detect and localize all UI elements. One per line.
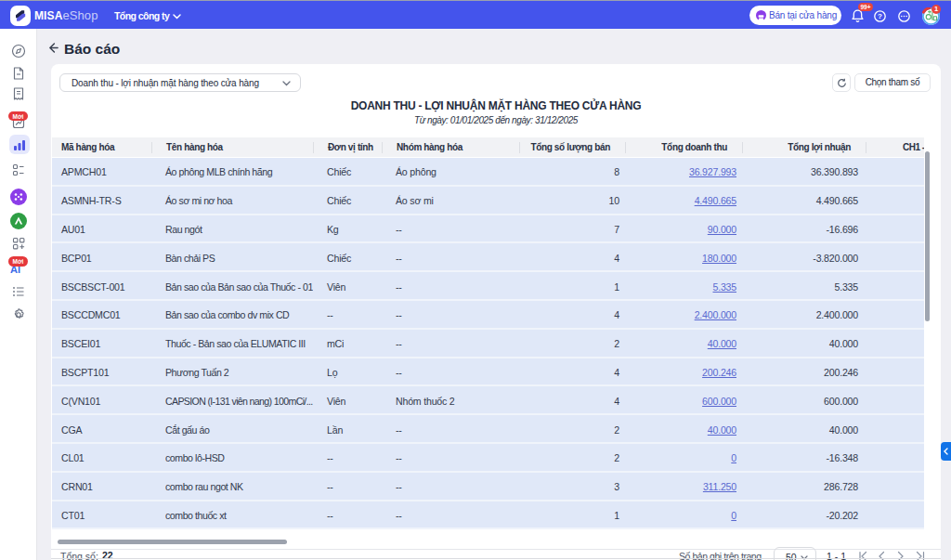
svg-text:?: ? [878, 12, 882, 20]
